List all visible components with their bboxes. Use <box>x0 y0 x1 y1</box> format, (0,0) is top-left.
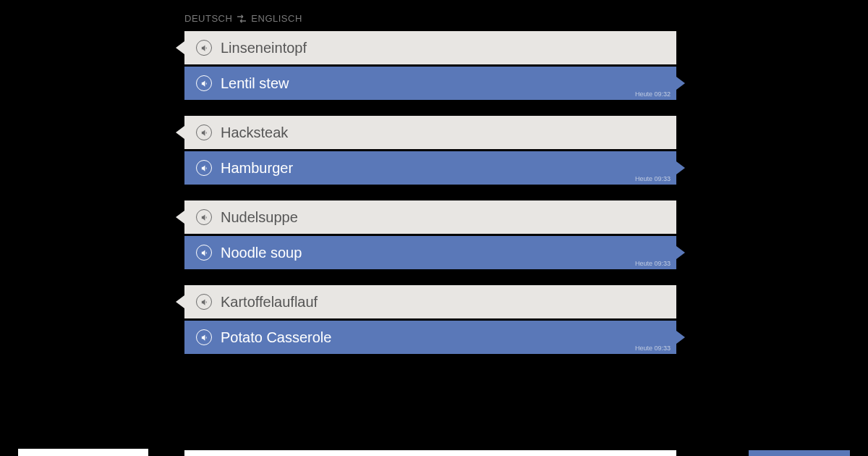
target-text: Potato Casserole <box>221 329 331 346</box>
bubble-arrow-left <box>176 295 184 308</box>
speaker-icon[interactable] <box>196 75 212 91</box>
translation-pair: Kartoffelauflauf Potato Casserole Heute … <box>184 285 676 354</box>
translation-panel: DEUTSCH ENGLISCH Linseneintopf Lentil st… <box>184 13 676 370</box>
bubble-arrow-left <box>176 126 184 139</box>
bubble-arrow-right <box>676 246 685 259</box>
bubble-arrow-right <box>676 331 685 344</box>
bubble-arrow-right <box>676 77 685 90</box>
language-header[interactable]: DEUTSCH ENGLISCH <box>184 13 676 24</box>
speaker-icon[interactable] <box>196 245 212 261</box>
bubble-arrow-left <box>176 41 184 54</box>
translation-pair: Nudelsuppe Noodle soup Heute 09:33 <box>184 200 676 269</box>
timestamp-label: Heute 09:32 <box>635 90 671 98</box>
speaker-icon[interactable] <box>196 160 212 176</box>
target-text: Lentil stew <box>221 75 289 92</box>
translation-pair: Hacksteak Hamburger Heute 09:33 <box>184 116 676 185</box>
lang-from-label: DEUTSCH <box>184 13 232 24</box>
source-row[interactable]: Kartoffelauflauf <box>184 285 676 318</box>
speaker-icon[interactable] <box>196 40 212 56</box>
speaker-icon[interactable] <box>196 209 212 225</box>
bubble-arrow-left <box>176 211 184 224</box>
source-text: Hacksteak <box>221 124 288 141</box>
source-text: Kartoffelauflauf <box>221 294 318 311</box>
source-row[interactable]: Hacksteak <box>184 116 676 149</box>
bubble-arrow-right <box>676 161 685 174</box>
source-row[interactable]: Nudelsuppe <box>184 200 676 234</box>
timestamp-label: Heute 09:33 <box>635 175 671 182</box>
bottom-input-bar[interactable] <box>184 450 676 456</box>
source-text: Linseneintopf <box>221 40 307 56</box>
target-row[interactable]: Lentil stew Heute 09:32 <box>184 67 676 100</box>
bottom-action-button[interactable] <box>749 450 850 456</box>
translation-pair: Linseneintopf Lentil stew Heute 09:32 <box>184 31 676 100</box>
target-text: Noodle soup <box>221 245 302 261</box>
target-text: Hamburger <box>221 160 293 177</box>
swap-languages-icon[interactable] <box>237 14 247 23</box>
target-row[interactable]: Hamburger Heute 09:33 <box>184 151 676 185</box>
source-text: Nudelsuppe <box>221 209 298 226</box>
timestamp-label: Heute 09:33 <box>635 345 671 352</box>
speaker-icon[interactable] <box>196 329 212 345</box>
bottom-panel-left[interactable] <box>18 449 148 456</box>
lang-to-label: ENGLISCH <box>251 13 302 24</box>
target-row[interactable]: Noodle soup Heute 09:33 <box>184 236 676 269</box>
timestamp-label: Heute 09:33 <box>635 260 671 267</box>
speaker-icon[interactable] <box>196 294 212 310</box>
source-row[interactable]: Linseneintopf <box>184 31 676 64</box>
speaker-icon[interactable] <box>196 124 212 140</box>
target-row[interactable]: Potato Casserole Heute 09:33 <box>184 321 676 354</box>
